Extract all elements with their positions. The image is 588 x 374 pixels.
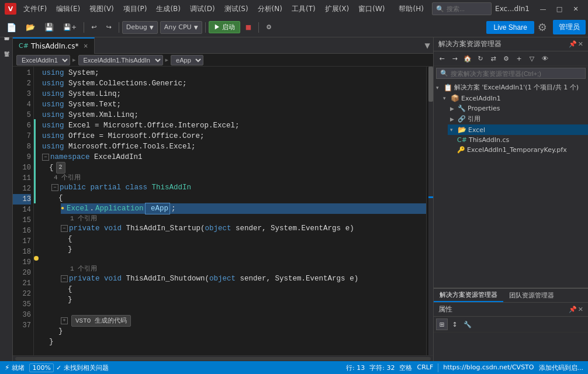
cpu-arrow: ▼ [194, 25, 198, 30]
build-btn[interactable]: ⚙ [262, 22, 276, 33]
save-all-btn[interactable]: 💾+ [59, 22, 81, 33]
props-grid-btn[interactable]: ⊞ [436, 318, 448, 330]
sol-filter-btn[interactable]: ▽ [526, 53, 538, 64]
ref-hint-1: 1 个引用 [70, 214, 426, 223]
menu-build[interactable]: 生成(B) [151, 3, 185, 15]
tab-team-explorer[interactable]: 团队资源管理器 [503, 289, 560, 302]
sol-back-btn[interactable]: ← [436, 53, 448, 64]
editor-hscroll[interactable] [13, 355, 433, 361]
tab-close-icon[interactable]: × [83, 43, 88, 49]
code-line-12: { [51, 193, 426, 203]
sol-sync-btn[interactable]: ⇄ [487, 53, 499, 64]
props-header: 属性 📌 ✕ [434, 303, 588, 317]
sol-home-btn[interactable]: 🏠 [462, 53, 473, 64]
code-area[interactable]: 1 2 3 4 5 6 7 8 9 10 11 12 13 14 15 16 1… [13, 67, 433, 355]
props-pin-icon[interactable]: 📌 [569, 306, 577, 313]
sol-refresh-btn[interactable]: ↻ [475, 53, 486, 64]
vsto-code-collapsed[interactable]: VSTO 生成的代码 [71, 315, 131, 327]
collapse-btn-14[interactable]: − [61, 225, 68, 232]
menu-debug[interactable]: 调试(D) [185, 3, 220, 15]
menu-tools[interactable]: 工具(T) [287, 3, 320, 15]
project-icon: 📦 [451, 94, 459, 102]
editor-scroll-right[interactable]: ▼ [421, 37, 433, 54]
collapse-btn-18[interactable]: − [61, 275, 68, 282]
editor-tab-thisaddin[interactable]: C# ThisAddIn.cs* × [13, 37, 95, 54]
start-btn[interactable]: ▶ 启动 [209, 21, 240, 33]
code-content[interactable]: using System; using System.Collections.G… [39, 67, 426, 355]
solution-search[interactable]: 🔍 [436, 68, 586, 79]
sol-forward-btn[interactable]: → [449, 53, 461, 64]
collapse-btn-9[interactable]: − [42, 154, 49, 161]
tree-properties[interactable]: ▶ 🔧 Properties [448, 103, 588, 113]
url-text[interactable]: https://blog.csdn.net/CVSTO [443, 363, 534, 372]
menu-project[interactable]: 项目(P) [119, 3, 152, 15]
status-position: 行: 13 字符: 32 空格 CRLF [346, 363, 433, 372]
code-line-16: } [61, 244, 426, 255]
sol-preview-btn[interactable]: 👁 [539, 53, 551, 64]
manage-button[interactable]: 管理员 [553, 20, 586, 34]
global-search-box[interactable]: 🔍 [432, 2, 492, 15]
breadcrumb-class-select[interactable]: ExcelAddIn1 [16, 55, 70, 65]
save-btn[interactable]: 💾 [40, 21, 58, 33]
props-close-icon[interactable]: ✕ [578, 306, 583, 313]
pin-icon[interactable]: 📌 [569, 40, 577, 48]
sol-new-btn[interactable]: + [513, 53, 525, 64]
tree-excel-folder[interactable]: ▾ 📂 Excel [448, 124, 588, 135]
props-wrench-btn[interactable]: 🔧 [462, 318, 473, 330]
menu-help[interactable]: 帮助(H) [394, 4, 428, 14]
menu-edit[interactable]: 编辑(E) [51, 3, 85, 15]
tree-references[interactable]: ▶ 🔗 引用 [448, 113, 588, 124]
menu-ext[interactable]: 扩展(X) [320, 3, 354, 15]
sidebar-server-explorer[interactable]: 服务器资源管理器 [2, 40, 11, 49]
open-file-btn[interactable]: 📂 [22, 21, 39, 33]
left-sidebar: 服务器资源管理器 工具箱 [0, 37, 13, 361]
stop-debug-btn[interactable]: ■ [241, 22, 255, 33]
live-share-button[interactable]: Live Share [486, 21, 534, 34]
menu-window[interactable]: 窗口(W) [354, 3, 389, 15]
menu-bar: 文件(F) 编辑(E) 视图(V) 项目(P) 生成(B) 调试(D) 测试(S… [19, 3, 389, 15]
maximize-button[interactable]: □ [552, 3, 567, 15]
new-file-btn[interactable]: 📄 [2, 21, 20, 34]
toolbar-sep-2 [119, 22, 119, 33]
status-space: 空格 [399, 363, 412, 372]
tab-solution-explorer[interactable]: 解决方案资源管理器 [434, 289, 503, 302]
tree-root-label: 解决方案 'ExcelAddIn1'(1 个项目/共 1 个) [454, 83, 579, 92]
code-line-21 [42, 305, 426, 316]
code-line-5: using System.Xml.Linq; [42, 110, 426, 120]
add-code-text[interactable]: 添加代码到启... [539, 363, 584, 372]
status-encoding[interactable]: CRLF [417, 363, 433, 372]
code-line-9: − namespace ExcelAddIn1 [42, 152, 426, 162]
sol-settings-btn[interactable]: ⚙ [500, 53, 512, 64]
solution-search-input[interactable] [451, 70, 582, 77]
solution-panel: 解决方案资源管理器 📌 ✕ ← → 🏠 ↻ ⇄ ⚙ + ▽ 👁 🔍 [434, 37, 588, 288]
undo-btn[interactable]: ↩ [87, 22, 101, 33]
cpu-dropdown[interactable]: Any CPU ▼ [160, 21, 202, 34]
tree-project[interactable]: ▾ 📦 ExcelAddIn1 [441, 93, 588, 103]
tree-pfx-file[interactable]: 🔑 ExcelAddIn1_TemporaryKey.pfx [455, 145, 588, 155]
menu-analyze[interactable]: 分析(N) [253, 3, 287, 15]
search-input[interactable] [447, 5, 487, 12]
sidebar-toolbox[interactable]: 工具箱 [2, 56, 11, 65]
redo-btn[interactable]: ↪ [102, 22, 115, 33]
line-numbers: 1 2 3 4 5 6 7 8 9 10 11 12 13 14 15 16 1… [13, 67, 34, 355]
extensions-icon[interactable]: ⚙ [538, 21, 547, 33]
tree-root[interactable]: ▾ 📋 解决方案 'ExcelAddIn1'(1 个项目/共 1 个) [434, 82, 588, 93]
minimize-button[interactable]: — [535, 3, 551, 15]
breadcrumb-member-select[interactable]: eApp [171, 55, 203, 65]
menu-test[interactable]: 测试(S) [220, 3, 253, 15]
collapse-btn-11[interactable]: − [51, 184, 58, 191]
zoom-percent[interactable]: 100% [29, 363, 53, 372]
breadcrumb-method-select[interactable]: ExcelAddIn1.ThisAddIn [78, 55, 163, 65]
menu-view[interactable]: 视图(V) [85, 3, 119, 15]
props-sort-btn[interactable]: ↕ [449, 318, 461, 330]
code-line-17 [42, 255, 426, 264]
ready-label: 就绪 [12, 363, 25, 372]
close-button[interactable]: ✕ [568, 3, 583, 15]
editor-minimap [426, 67, 433, 355]
tree-thisaddin-cs[interactable]: C# ThisAddIn.cs [455, 135, 588, 145]
debug-config-dropdown[interactable]: Debug ▼ [122, 21, 158, 34]
menu-file[interactable]: 文件(F) [19, 3, 51, 15]
solution-close-icon[interactable]: ✕ [578, 40, 583, 48]
debug-config-arrow: ▼ [150, 25, 154, 30]
expand-btn-22[interactable]: + [61, 317, 68, 324]
